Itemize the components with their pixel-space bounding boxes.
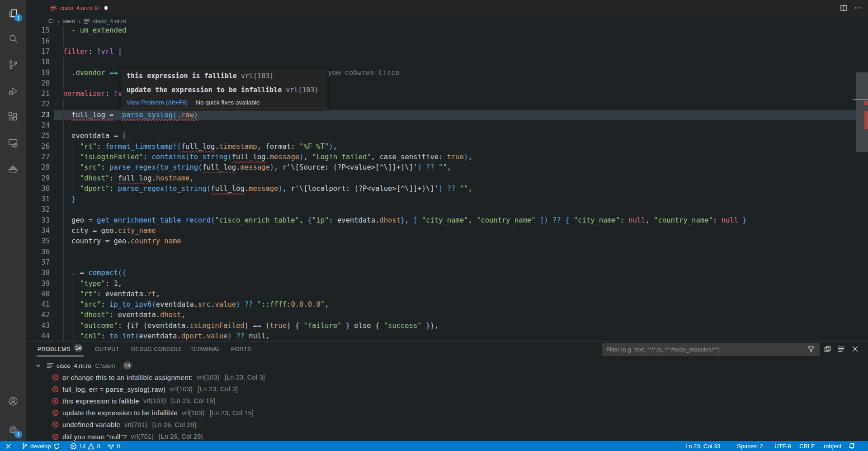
indentation-status[interactable]: Spaces: 2	[737, 441, 763, 451]
panel-tab-debug-console[interactable]: DEBUG CONSOLE	[131, 346, 183, 352]
split-editor-icon[interactable]	[840, 4, 848, 12]
eol-status[interactable]: CRLF	[799, 441, 815, 451]
line-number-20: 20	[26, 78, 50, 89]
source-control-icon[interactable]	[8, 59, 19, 70]
panel-tab-ports[interactable]: PORTS	[231, 346, 251, 352]
more-actions-icon[interactable]	[854, 4, 862, 12]
error-icon	[52, 398, 59, 404]
panel-tab-terminal[interactable]: TERMINAL	[190, 346, 220, 352]
line-number-28: 28	[26, 162, 50, 173]
chevron-right-icon: ›	[57, 18, 60, 25]
code-line-20[interactable]	[63, 78, 71, 89]
code-editor[interactable]: 1516171819202122232425262728293031323334…	[26, 26, 868, 342]
line-number-24: 24	[26, 120, 50, 131]
docker-icon[interactable]	[8, 164, 19, 175]
cursor-position[interactable]: Ln 23, Col 33	[685, 441, 720, 451]
line-number-33: 33	[26, 215, 50, 226]
settings-gear-icon[interactable]: 1	[8, 424, 19, 435]
code-line-17[interactable]: filter: !vrl |	[63, 47, 122, 57]
search-icon[interactable]	[8, 33, 19, 44]
code-line-29[interactable]: "dhost": full_log.hostname,	[63, 173, 193, 184]
hover-message-1: this expression is fallible vrl(103)	[122, 69, 326, 83]
problems-file-name: cisco_4.nr.ro	[57, 362, 91, 369]
problems-file-group[interactable]: cisco_4.nr.ro C:\siem 14	[26, 360, 868, 371]
tab-problems-badge: 9+	[94, 5, 101, 11]
close-panel-icon[interactable]	[851, 345, 859, 353]
code-line-40[interactable]: "rt": eventdata.rt,	[63, 289, 160, 299]
tab-cisco_4.nr.ro[interactable]: cisco_4.nr.ro 9+	[26, 0, 108, 16]
notifications-bell-icon[interactable]	[848, 441, 855, 451]
problem-location: [Ln 26, Col 29]	[152, 421, 196, 428]
panel-tab-output[interactable]: OUTPUT	[95, 346, 119, 352]
branch-status[interactable]: develop	[22, 441, 60, 451]
code-line-27[interactable]: "isLoginFailed": contains(to_string(full…	[63, 152, 472, 162]
line-number-30: 30	[26, 184, 50, 194]
filter-icon[interactable]	[807, 345, 815, 353]
code-line-38[interactable]: . = compact({	[63, 268, 126, 278]
encoding-status[interactable]: UTF-8	[774, 441, 791, 451]
line-number-23: 23	[26, 110, 50, 120]
code-line-26[interactable]: "rt": format_timestamp!(full_log.timesta…	[63, 142, 337, 152]
line-number-22: 22	[26, 99, 50, 109]
code-line-39[interactable]: "type": 1,	[63, 279, 122, 289]
error-icon	[52, 386, 59, 393]
code-line-43[interactable]: "outcome": {if (eventdata.isLoginFailed)…	[63, 321, 439, 331]
view-problem-link[interactable]: View Problem (Alt+F8)	[127, 99, 188, 106]
code-line-44[interactable]: "cn1": to_int(eventdata.dport.value) ?? …	[63, 331, 269, 342]
line-number-38: 38	[26, 268, 50, 278]
problem-row[interactable]: update the expression to be infalliblevr…	[26, 407, 868, 419]
code-line-41[interactable]: "src": ip_to_ipv6(eventdata.src.value) ?…	[63, 299, 329, 310]
code-line-24[interactable]	[63, 120, 71, 131]
breadcrumb-drive[interactable]: C:	[48, 18, 54, 24]
breadcrumb-folder[interactable]: siem	[63, 18, 75, 24]
error-icon	[52, 374, 59, 381]
error-icon	[52, 433, 59, 440]
accounts-icon[interactable]	[8, 396, 19, 407]
code-line-35[interactable]: country = geo.country_name	[63, 236, 181, 247]
panel-tab-problems[interactable]: PROBLEMS	[38, 346, 71, 352]
file-type-icon	[47, 362, 54, 369]
problems-status[interactable]: 14 0	[70, 441, 100, 451]
code-line-33[interactable]: geo = get_enrichment_table_record("cisco…	[63, 215, 746, 226]
extensions-icon[interactable]	[8, 111, 19, 122]
line-number-39: 39	[26, 279, 50, 289]
remote-indicator[interactable]	[5, 441, 12, 451]
problem-row[interactable]: this expression is falliblevrl(103)[Ln 2…	[26, 395, 868, 407]
explorer-badge: 1	[14, 14, 22, 22]
problems-filter-input[interactable]: Filter (e.g. text, **/*.ts, !**/node_mod…	[602, 343, 820, 356]
code-line-28[interactable]: "src": parse_regex(to_string(full_log.me…	[63, 162, 451, 173]
problem-source: vrl(103)	[170, 385, 193, 393]
error-icon	[70, 443, 77, 450]
code-line-42[interactable]: "dhost": eventdata.dhost,	[63, 310, 185, 320]
code-line-19[interactable]: .dvendor ==	[63, 68, 118, 78]
code-line-25[interactable]: eventdata = {	[63, 131, 126, 141]
problem-row[interactable]: full_log, err = parse_syslog(.raw)vrl(10…	[26, 383, 868, 395]
breadcrumb-file[interactable]: cisco_4.nr.ro	[93, 18, 127, 24]
code-line-37[interactable]	[63, 257, 71, 268]
sync-icon	[53, 443, 60, 450]
code-line-22[interactable]	[63, 99, 71, 109]
code-line-21[interactable]: normalizer: !v	[63, 89, 122, 99]
view-as-list-icon[interactable]	[837, 345, 845, 353]
code-line-18[interactable]	[63, 57, 71, 67]
problem-row[interactable]: undefined variablevrl(701)[Ln 26, Col 29…	[26, 419, 868, 431]
language-mode[interactable]: robject	[824, 441, 841, 451]
tab-modified-dot[interactable]	[104, 6, 108, 10]
collapse-all-icon[interactable]	[824, 345, 831, 353]
code-line-15[interactable]: - um_extended	[63, 26, 126, 36]
warning-icon	[88, 443, 94, 450]
code-line-31[interactable]: }	[63, 194, 75, 204]
run-debug-icon[interactable]	[8, 85, 19, 96]
remote-explorer-icon[interactable]	[8, 138, 19, 148]
explorer-icon[interactable]: 1	[8, 8, 19, 19]
ports-status[interactable]: 0	[108, 441, 120, 451]
line-number-26: 26	[26, 142, 50, 152]
code-line-32[interactable]	[63, 204, 71, 215]
code-line-30[interactable]: "dport": parse_regex(to_string(full_log.…	[63, 184, 472, 194]
code-line-16[interactable]	[63, 36, 71, 47]
line-number-18: 18	[26, 57, 50, 67]
code-line-34[interactable]: city = geo.city_name	[63, 226, 156, 236]
problem-row[interactable]: or change this to an infallible assignme…	[26, 371, 868, 383]
code-line-23[interactable]: full_log = parse_syslog(.raw)	[63, 110, 198, 120]
code-line-36[interactable]	[63, 247, 71, 257]
